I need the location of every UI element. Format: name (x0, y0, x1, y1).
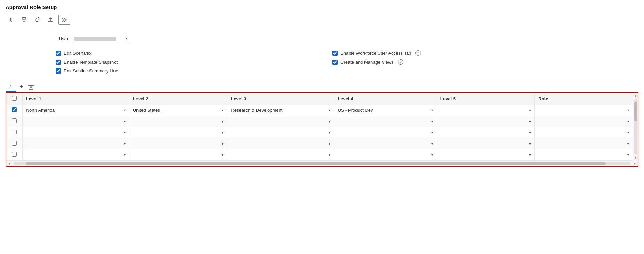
row4-level2-cell: ▾ (129, 138, 227, 149)
row3-level2-dropdown[interactable]: ▾ (222, 131, 223, 134)
row1-level3-dropdown[interactable]: ▾ (329, 108, 330, 112)
row4-level3-dropdown[interactable]: ▾ (329, 142, 330, 146)
edit-scenario-label: Edit Scenario (64, 51, 91, 56)
row3-level1-cell: ▾ (22, 127, 129, 138)
vertical-scrollbar[interactable]: ▲ ▼ (633, 93, 638, 161)
row2-level1-cell: ▾ (22, 116, 129, 127)
enable-workforce-label: Enable Workforce User Access Tab (340, 51, 411, 56)
checkbox-enable-workforce: Enable Workforce User Access Tab ? (332, 50, 588, 56)
scroll-left-arrow[interactable]: ◄ (6, 162, 12, 166)
row2-checkbox[interactable] (12, 118, 17, 123)
row3-level3-dropdown[interactable]: ▾ (329, 131, 330, 134)
scroll-track (634, 99, 637, 154)
row4-level5-dropdown[interactable]: ▾ (529, 142, 531, 146)
row2-level3-cell: ▾ (227, 116, 334, 127)
row5-level5-dropdown[interactable]: ▾ (529, 153, 531, 157)
create-manage-views-checkbox[interactable] (332, 60, 338, 65)
row3-checkbox[interactable] (12, 130, 17, 134)
horizontal-scrollbar[interactable]: ◄ ► (6, 161, 638, 166)
row1-level2-dropdown[interactable]: ▾ (222, 108, 223, 112)
enable-workforce-checkbox[interactable] (332, 51, 338, 56)
row3-level5-cell: ▾ (437, 127, 535, 138)
row4-select-cell (6, 138, 22, 149)
row1-level1-dropdown[interactable]: ▾ (124, 108, 126, 112)
row3-level5-dropdown[interactable]: ▾ (529, 131, 531, 134)
scroll-right-arrow[interactable]: ► (632, 162, 638, 166)
edit-subline-checkbox[interactable] (56, 68, 61, 74)
user-select[interactable]: ▾ (73, 34, 129, 43)
checkbox-create-manage-views: Create and Manage Views ? (332, 59, 588, 65)
enable-workforce-help-icon[interactable]: ? (415, 50, 421, 56)
checkboxes-grid: Edit Scenario Enable Workforce User Acce… (56, 50, 588, 74)
row1-checkbox[interactable] (12, 107, 17, 112)
svg-rect-1 (23, 18, 25, 19)
row1-level1-value: North America (26, 108, 124, 113)
row3-role-dropdown[interactable]: ▾ (627, 131, 629, 134)
tabs-area: 1 + (0, 82, 644, 92)
row3-level1-dropdown[interactable]: ▾ (124, 131, 126, 134)
save-button[interactable] (19, 15, 29, 25)
edit-scenario-checkbox[interactable] (56, 51, 61, 56)
checkbox-enable-template-snapshot: Enable Template Snapshot (56, 59, 312, 65)
row1-role-cell: ▾ (535, 105, 633, 116)
h-scroll-thumb (26, 162, 606, 165)
row5-level2-dropdown[interactable]: ▾ (222, 153, 223, 157)
row1-level3-cell: Research & Development ▾ (227, 105, 334, 116)
row2-level1-dropdown[interactable]: ▾ (124, 120, 126, 123)
svg-rect-2 (23, 20, 25, 22)
tab-delete-button[interactable] (26, 82, 36, 92)
row1-level4-dropdown[interactable]: ▾ (431, 108, 433, 112)
row4-level2-dropdown[interactable]: ▾ (222, 142, 223, 146)
row4-level4-cell: ▾ (334, 138, 437, 149)
row2-level3-dropdown[interactable]: ▾ (329, 120, 330, 123)
col-header-select (6, 93, 22, 105)
row4-role-dropdown[interactable]: ▾ (627, 142, 629, 146)
create-manage-views-label: Create and Manage Views (340, 60, 394, 65)
row5-level3-dropdown[interactable]: ▾ (329, 153, 330, 157)
row1-role-dropdown[interactable]: ▾ (627, 108, 629, 112)
row5-checkbox[interactable] (12, 152, 17, 157)
row1-level5-dropdown[interactable]: ▾ (529, 108, 531, 112)
user-select-bar (74, 37, 116, 41)
user-select-arrow: ▾ (125, 36, 127, 41)
row2-level5-dropdown[interactable]: ▾ (529, 120, 531, 123)
scroll-down-arrow[interactable]: ▼ (633, 155, 638, 160)
row5-select-cell (6, 149, 22, 161)
select-all-checkbox[interactable] (12, 96, 17, 101)
row2-level2-dropdown[interactable]: ▾ (222, 120, 223, 123)
table-header-row: Level 1 Level 2 Level 3 Level 4 Level 5 … (6, 93, 633, 105)
row5-level4-dropdown[interactable]: ▾ (431, 153, 433, 157)
row5-role-dropdown[interactable]: ▾ (627, 153, 629, 157)
tab-1[interactable]: 1 (6, 82, 16, 92)
user-row: User: ▾ (56, 34, 588, 43)
create-manage-views-help-icon[interactable]: ? (398, 59, 403, 65)
row3-role-cell: ▾ (535, 127, 633, 138)
scroll-thumb (634, 102, 637, 121)
back-button[interactable] (6, 15, 16, 25)
row2-level2-cell: ▾ (129, 116, 227, 127)
row4-level1-dropdown[interactable]: ▾ (124, 142, 126, 146)
tab-add-button[interactable]: + (16, 82, 26, 92)
form-area: User: ▾ Edit Scenario Enable Workforce U… (0, 27, 644, 79)
enable-template-snapshot-checkbox[interactable] (56, 60, 61, 65)
table-scroll-area[interactable]: Level 1 Level 2 Level 3 Level 4 Level 5 … (6, 93, 633, 161)
refresh-button[interactable] (32, 15, 42, 25)
page-title: Approval Role Setup (0, 0, 644, 13)
row1-level4-cell: US - Product Dev ▾ (334, 105, 437, 116)
row2-level4-cell: ▾ (334, 116, 437, 127)
row3-level4-dropdown[interactable]: ▾ (431, 131, 433, 134)
row4-checkbox[interactable] (12, 141, 17, 146)
row5-level1-dropdown[interactable]: ▾ (124, 153, 126, 157)
row5-level1-cell: ▾ (22, 149, 129, 161)
table-row: ▾ ▾ (6, 116, 633, 127)
excel-button[interactable]: X▾ (58, 15, 70, 25)
row2-role-dropdown[interactable]: ▾ (627, 120, 629, 123)
upload-button[interactable] (45, 15, 56, 25)
toolbar: X▾ (0, 13, 644, 27)
checkbox-edit-subline: Edit Subline Summary Line (56, 68, 312, 74)
row4-level4-dropdown[interactable]: ▾ (431, 142, 433, 146)
scroll-up-arrow[interactable]: ▲ (633, 94, 638, 99)
table-outer: Level 1 Level 2 Level 3 Level 4 Level 5 … (6, 92, 638, 167)
row2-level4-dropdown[interactable]: ▾ (431, 120, 433, 123)
row5-level4-cell: ▾ (334, 149, 437, 161)
